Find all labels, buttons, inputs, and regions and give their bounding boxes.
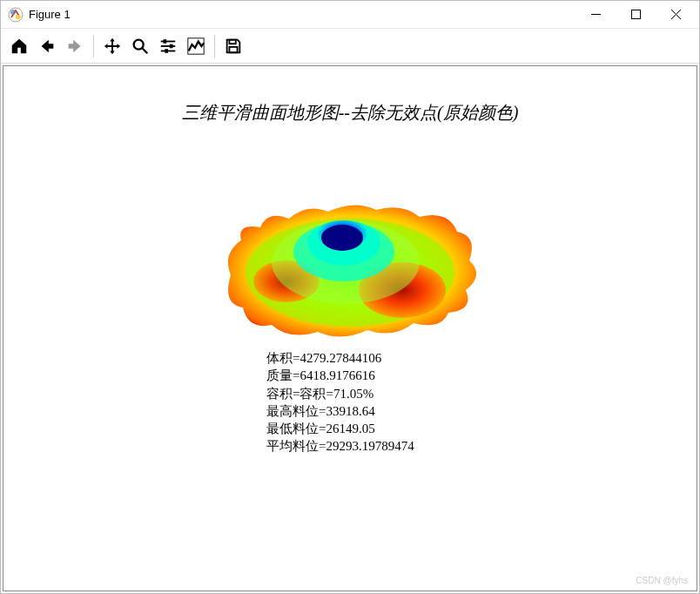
stat-max: 最高料位=33918.64 xyxy=(266,402,414,420)
stats-block: 体积=4279.27844106 质量=6418.9176616 容积=容积=7… xyxy=(266,349,414,456)
edit-button[interactable] xyxy=(183,33,209,59)
svg-rect-10 xyxy=(164,39,167,44)
surface-plot[interactable] xyxy=(206,192,494,349)
figure-canvas[interactable]: 三维平滑曲面地形图--去除无效点(原始颜色) xyxy=(3,65,697,591)
svg-rect-2 xyxy=(16,15,20,19)
stat-min: 最低料位=26149.05 xyxy=(266,420,414,437)
app-icon xyxy=(8,7,24,23)
watermark: CSDN @fyhs xyxy=(636,576,688,585)
svg-rect-17 xyxy=(229,46,237,51)
window-title: Figure 1 xyxy=(29,8,71,21)
zoom-button[interactable] xyxy=(127,33,153,59)
toolbar-separator xyxy=(93,35,94,57)
svg-point-1 xyxy=(10,10,16,15)
stat-mass: 质量=6418.9176616 xyxy=(266,367,414,384)
forward-button[interactable] xyxy=(62,33,88,59)
close-button[interactable] xyxy=(656,1,696,29)
svg-point-24 xyxy=(321,225,363,251)
save-button[interactable] xyxy=(220,33,246,59)
toolbar xyxy=(1,29,699,64)
svg-line-8 xyxy=(142,48,147,53)
stat-capacity: 容积=容积=71.05% xyxy=(266,385,414,402)
pan-button[interactable] xyxy=(99,33,125,59)
chart-title: 三维平滑曲面地形图--去除无效点(原始颜色) xyxy=(3,101,697,125)
title-bar: Figure 1 xyxy=(1,1,699,29)
svg-rect-4 xyxy=(631,10,640,19)
stat-avg: 平均料位=29293.19789474 xyxy=(266,437,414,455)
svg-point-7 xyxy=(134,39,144,49)
toolbar-separator xyxy=(214,35,215,57)
figure-window: Figure 1 xyxy=(0,0,700,594)
maximize-button[interactable] xyxy=(616,1,656,29)
svg-rect-14 xyxy=(165,49,168,53)
back-button[interactable] xyxy=(34,33,60,59)
stat-volume: 体积=4279.27844106 xyxy=(266,349,414,367)
configure-button[interactable] xyxy=(155,33,181,59)
home-button[interactable] xyxy=(6,33,32,59)
svg-rect-16 xyxy=(229,39,235,44)
minimize-button[interactable] xyxy=(575,1,616,29)
svg-rect-12 xyxy=(170,44,173,48)
